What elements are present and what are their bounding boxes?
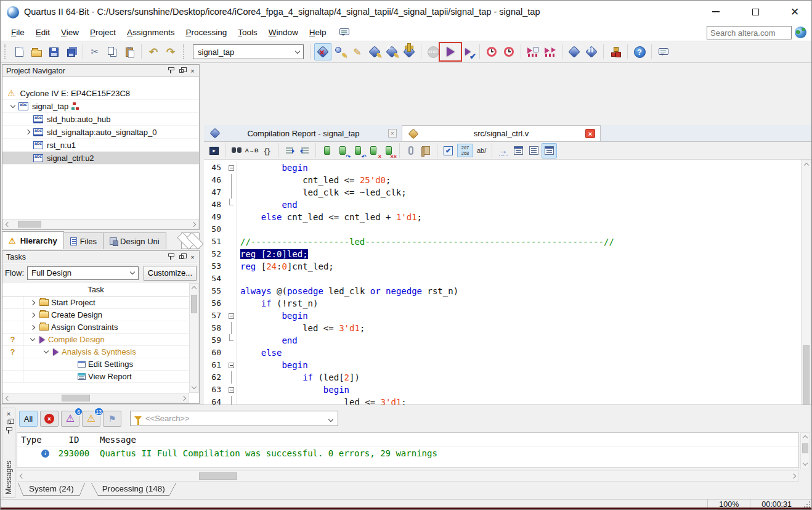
fold-marker[interactable] bbox=[226, 359, 237, 371]
close-tab-icon[interactable]: × bbox=[388, 129, 397, 138]
redo-button[interactable]: ↷ bbox=[162, 43, 179, 60]
tab-files[interactable]: Files bbox=[63, 232, 104, 249]
menu-file[interactable]: File bbox=[6, 26, 30, 39]
restore-icon[interactable] bbox=[4, 418, 14, 427]
close-icon[interactable]: × bbox=[4, 409, 14, 418]
scroll-up-icon[interactable] bbox=[801, 433, 810, 443]
scroll-up-icon[interactable] bbox=[190, 284, 198, 294]
scroll-down-icon[interactable] bbox=[801, 459, 810, 469]
tree-expander[interactable] bbox=[7, 105, 18, 107]
tree-item[interactable]: signal_ctrl:u2 bbox=[2, 152, 199, 165]
indent-button[interactable] bbox=[282, 143, 297, 158]
open-file-button[interactable] bbox=[28, 43, 45, 60]
scroll-thumb[interactable] bbox=[802, 443, 808, 453]
chip-planner-button[interactable] bbox=[400, 43, 418, 60]
flow-select[interactable]: Full Design bbox=[27, 266, 139, 280]
view-mode-1-button[interactable] bbox=[511, 143, 526, 158]
timing-analyzer-button[interactable] bbox=[500, 43, 518, 60]
editor-tab[interactable]: src/signal_ctrl.v× bbox=[402, 125, 601, 141]
pin-icon[interactable] bbox=[166, 253, 175, 261]
prev-bookmark-button[interactable]: ↶ bbox=[350, 143, 365, 158]
fold-marker[interactable] bbox=[226, 310, 237, 322]
tasks-hscrollbar[interactable] bbox=[2, 393, 189, 403]
toolbar-grip[interactable] bbox=[4, 44, 8, 59]
export-button[interactable]: ▸ bbox=[206, 143, 222, 158]
tree-item[interactable]: ⚠Cyclone IV E: EP4CE15F23C8 bbox=[2, 87, 199, 100]
menu-edit[interactable]: Edit bbox=[30, 26, 55, 39]
assignment-editor-button[interactable]: ✎ bbox=[331, 43, 349, 60]
start-analysis-button[interactable]: ✔ bbox=[459, 43, 476, 60]
pin-planner-button[interactable]: ✎ bbox=[349, 43, 366, 60]
task-expander[interactable] bbox=[27, 313, 38, 317]
menu-help[interactable]: Help bbox=[304, 26, 332, 39]
task-expander[interactable] bbox=[27, 326, 38, 329]
toolbar-grip[interactable] bbox=[183, 44, 187, 59]
unindent-button[interactable] bbox=[297, 143, 312, 158]
match-brace-button[interactable]: {﻿} bbox=[259, 143, 275, 158]
menu-assignments[interactable]: Assignments bbox=[121, 26, 180, 39]
task-expander[interactable] bbox=[41, 351, 52, 353]
paste-button[interactable] bbox=[121, 43, 138, 60]
fold-marker[interactable] bbox=[226, 334, 237, 347]
templates-button[interactable] bbox=[418, 143, 434, 158]
task-row[interactable]: Create Design bbox=[2, 309, 189, 321]
fold-marker[interactable] bbox=[226, 174, 237, 186]
fold-marker[interactable] bbox=[226, 186, 237, 199]
project-navigator-hscrollbar[interactable] bbox=[2, 219, 199, 229]
netlist-viewer-button[interactable] bbox=[607, 43, 624, 60]
next-bookmark-button[interactable]: ↷ bbox=[335, 143, 350, 158]
menu-project[interactable]: Project bbox=[84, 26, 121, 39]
copy-button[interactable] bbox=[104, 43, 121, 60]
task-row[interactable]: ?Compile Design bbox=[2, 334, 189, 346]
timequest-button[interactable] bbox=[483, 43, 500, 60]
scroll-up-icon[interactable] bbox=[802, 160, 811, 170]
scroll-left-icon[interactable] bbox=[17, 471, 27, 481]
design-assistant-button[interactable]: D✎ bbox=[383, 43, 400, 60]
settings-button[interactable]: × bbox=[314, 43, 331, 60]
scroll-down-icon[interactable] bbox=[190, 382, 198, 392]
help-button[interactable]: ? bbox=[631, 43, 648, 60]
tree-item[interactable]: sld_hub:auto_hub bbox=[2, 113, 199, 126]
fold-marker[interactable] bbox=[226, 322, 237, 334]
tab-processing[interactable]: Processing (148) bbox=[91, 483, 176, 498]
task-row[interactable]: Assign Constraints bbox=[2, 321, 189, 334]
comment-toggle-button[interactable]: ab/ bbox=[477, 147, 486, 154]
scroll-left-icon[interactable] bbox=[3, 220, 13, 229]
messages-hscrollbar[interactable] bbox=[17, 471, 799, 482]
close-button[interactable]: ✕ bbox=[787, 4, 803, 19]
pin-icon[interactable] bbox=[166, 67, 175, 75]
scroll-left-icon[interactable] bbox=[3, 393, 13, 403]
task-row[interactable]: Start Project bbox=[2, 297, 189, 309]
delete-all-bookmarks-button[interactable]: ×× bbox=[381, 143, 396, 158]
filter-warnings-button[interactable]: ⚠13 bbox=[82, 411, 100, 427]
scroll-thumb[interactable] bbox=[803, 345, 810, 413]
attach-button[interactable] bbox=[403, 143, 418, 158]
tree-item[interactable]: sld_signaltap:auto_signaltap_0 bbox=[2, 126, 199, 139]
cut-button[interactable]: ✂ bbox=[86, 43, 104, 60]
message-search-select[interactable]: <<Search>> bbox=[130, 411, 338, 426]
close-tab-icon[interactable]: × bbox=[585, 129, 595, 138]
tab-scroll-right-icon[interactable] bbox=[190, 232, 200, 249]
analyze-file-button[interactable]: ✔ bbox=[441, 143, 456, 158]
task-expander[interactable] bbox=[27, 301, 38, 305]
goto-button[interactable]: → bbox=[495, 143, 511, 158]
replace-button[interactable]: A→B bbox=[244, 143, 259, 158]
scroll-right-icon[interactable] bbox=[179, 393, 189, 403]
scroll-right-icon[interactable] bbox=[789, 471, 798, 481]
task-row[interactable]: Edit Settings bbox=[2, 358, 189, 371]
toggle-bookmark-button[interactable] bbox=[319, 143, 335, 158]
close-icon[interactable]: × bbox=[188, 253, 197, 261]
fold-marker[interactable] bbox=[226, 199, 237, 211]
filter-all-button[interactable]: All bbox=[19, 411, 38, 427]
scroll-thumb[interactable] bbox=[199, 472, 237, 480]
menu-processing[interactable]: Processing bbox=[180, 26, 232, 39]
task-expander[interactable] bbox=[27, 339, 38, 340]
fold-marker[interactable] bbox=[226, 162, 237, 174]
save-project-button[interactable] bbox=[62, 43, 79, 60]
menu-tools[interactable]: Tools bbox=[232, 26, 263, 39]
start-compilation-button[interactable] bbox=[442, 43, 459, 60]
tab-system[interactable]: System (24) bbox=[18, 483, 85, 498]
revision-select[interactable]: signal_tap bbox=[193, 44, 304, 59]
minimize-button[interactable] bbox=[708, 4, 724, 19]
waveform-editor-button[interactable] bbox=[542, 43, 559, 60]
